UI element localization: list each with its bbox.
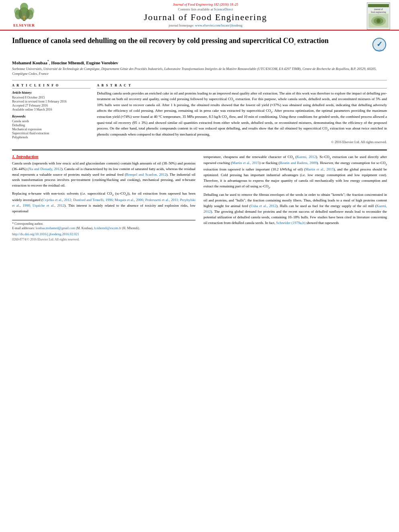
- keyword-1: Canola seeds: [12, 119, 90, 123]
- svg-point-5: [29, 8, 34, 15]
- email-label: E-mail addresses:: [12, 226, 35, 230]
- keyword-3: Mechanical expression: [12, 127, 90, 131]
- right-para-2: Dehulling can be used to remove the fibr…: [204, 192, 387, 226]
- journal-title: Journal of Food Engineering: [45, 12, 366, 23]
- thumb-graphic-icon: [368, 14, 389, 28]
- journal-homepage: journal homepage: www.elsevier.com/locat…: [45, 23, 366, 27]
- corresponding-note: * Corresponding author.: [12, 222, 195, 226]
- elsevier-tree-icon: [10, 2, 39, 23]
- footnote-area: * Corresponding author. E-mail addresses…: [12, 220, 195, 241]
- article-info-title: A R T I C L E I N F O: [12, 84, 90, 88]
- author-mhemdi: Houcine Mhemdi: [51, 60, 84, 65]
- svg-rect-8: [23, 18, 25, 20]
- accepted-date: Accepted 27 February 2016: [12, 104, 90, 107]
- doi-link[interactable]: http://dx.doi.org/10.1016/j.jfoodeng.201…: [12, 232, 79, 236]
- header-center: Journal of Food Engineering 182 (2016) 1…: [45, 2, 366, 30]
- divider-1: [12, 80, 387, 80]
- right-para-1: temperature, cheapness and the renewable…: [204, 154, 387, 190]
- svg-text:CrossMark: CrossMark: [375, 49, 384, 51]
- svg-point-4: [14, 8, 20, 15]
- crossmark-icon: ✓ CrossMark: [372, 37, 387, 52]
- article-title: Influence of canola seed dehulling on th…: [12, 36, 368, 46]
- keywords-label: Keywords:: [12, 115, 90, 118]
- abstract-text: Dehulling canola seeds provides an enric…: [97, 91, 387, 137]
- intro-para-2: Replacing n-hexane with non-toxic solven…: [12, 191, 195, 214]
- affiliation: Sorbonne Universités, Université de Tech…: [12, 67, 387, 76]
- authors: Mohamed Koubaa*, Houcine Mhemdi, Eugène …: [12, 60, 387, 65]
- article-info-panel: A R T I C L E I N F O Article history: R…: [12, 84, 90, 144]
- email2-name: (H. Mhemdi).: [122, 226, 140, 230]
- svg-point-6: [20, 3, 28, 12]
- divider-heavy: [12, 150, 387, 150]
- body-content: 1. Introduction Canola seeds (rapeseeds …: [12, 154, 387, 241]
- available-date: Available online 3 March 2016: [12, 108, 90, 111]
- copyright: © 2016 Elsevier Ltd. All rights reserved…: [97, 140, 387, 144]
- journal-header: ELSEVIER Journal of Food Engineering 182…: [0, 0, 399, 31]
- thumb-title: journal offood engineering: [371, 8, 386, 14]
- keyword-2: Dehulling: [12, 123, 90, 127]
- homepage-label: journal homepage:: [169, 23, 194, 27]
- intro-para-1: Canola seeds (rapeseeds with low erucic …: [12, 161, 195, 189]
- thumb-image: journal offood engineering: [367, 2, 390, 30]
- elsevier-label: ELSEVIER: [13, 23, 35, 27]
- sciencedirect-link[interactable]: ScienceDirect: [214, 7, 233, 11]
- issn-footer: 0260-8774/© 2016 Elsevier Ltd. All right…: [12, 238, 195, 241]
- history-label: Article history:: [12, 91, 90, 94]
- email1-name: (M. Koubaa),: [76, 226, 93, 230]
- author-koubaa: Mohamed Koubaa: [12, 60, 47, 65]
- author-vorobiev: Eugène Vorobiev: [86, 60, 118, 65]
- email2-link[interactable]: h.mhemdi@escom.fr: [94, 226, 121, 230]
- elsevier-logo: ELSEVIER: [8, 2, 40, 27]
- page-content: Influence of canola seed dehulling on th…: [0, 31, 399, 249]
- svg-text:✓: ✓: [376, 40, 383, 48]
- email-note: E-mail addresses: koubaa.mohamed@gmail.c…: [12, 226, 195, 230]
- article-title-block: Influence of canola seed dehulling on th…: [12, 36, 387, 55]
- body-right-col: temperature, cheapness and the renewable…: [204, 154, 387, 241]
- received-date: Received 8 October 2015: [12, 96, 90, 99]
- keyword-4: Supercritical fluid extraction: [12, 131, 90, 135]
- email1-link[interactable]: koubaa.mohamed@gmail.com: [36, 226, 75, 230]
- body-left-col: 1. Introduction Canola seeds (rapeseeds …: [12, 154, 195, 241]
- homepage-url[interactable]: www.elsevier.com/locate/jfoodeng: [195, 23, 243, 27]
- received-revised-date: Received in revised form 1 February 2016: [12, 100, 90, 103]
- article-info-abstract: A R T I C L E I N F O Article history: R…: [12, 84, 387, 144]
- svg-point-7: [23, 16, 25, 18]
- corresponding-star: *: [47, 60, 49, 63]
- intro-title: 1. Introduction: [12, 154, 195, 159]
- abstract-panel: A B S T R A C T Dehulling canola seeds p…: [97, 84, 387, 144]
- keyword-5: Polyphenols: [12, 136, 90, 139]
- abstract-title: A B S T R A C T: [97, 84, 387, 88]
- svg-point-12: [376, 19, 380, 23]
- contents-label: Contents lists available at: [178, 7, 213, 11]
- journal-thumbnail: journal offood engineering: [366, 2, 391, 30]
- contents-line: Contents lists available at ScienceDirec…: [45, 7, 366, 11]
- journal-ref-top: Journal of Food Engineering 182 (2016) 1…: [45, 2, 366, 6]
